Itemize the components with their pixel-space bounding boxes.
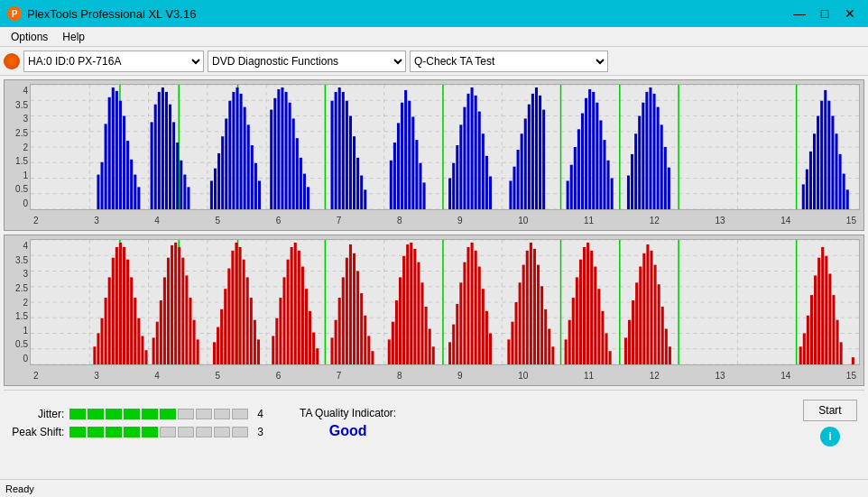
svg-rect-206 (156, 322, 159, 364)
svg-rect-266 (425, 307, 428, 364)
svg-rect-299 (583, 247, 586, 364)
svg-rect-86 (356, 158, 359, 209)
test-select[interactable]: Q-Check TA Test (410, 51, 608, 72)
svg-rect-195 (112, 258, 115, 364)
svg-rect-75 (296, 138, 299, 209)
svg-rect-39 (126, 141, 129, 209)
info-icon[interactable]: i (820, 427, 840, 446)
svg-rect-124 (577, 129, 580, 209)
svg-rect-192 (101, 318, 104, 364)
svg-rect-56 (217, 153, 220, 209)
svg-rect-134 (627, 176, 630, 209)
svg-rect-252 (360, 293, 363, 364)
svg-rect-82 (342, 92, 345, 209)
blue-chart-svg (31, 85, 859, 209)
svg-rect-240 (305, 289, 308, 364)
svg-rect-331 (840, 342, 843, 364)
svg-rect-247 (342, 277, 345, 364)
svg-rect-149 (813, 133, 816, 209)
start-section: Start i (803, 400, 857, 446)
peak-seg-7 (178, 427, 194, 437)
svg-rect-305 (605, 334, 607, 365)
svg-rect-76 (300, 158, 302, 209)
svg-rect-245 (335, 320, 337, 364)
svg-rect-259 (399, 277, 402, 364)
svg-rect-310 (635, 282, 638, 364)
menu-help[interactable]: Help (55, 29, 92, 45)
jitter-seg-2 (88, 409, 104, 419)
svg-rect-230 (257, 339, 260, 364)
svg-rect-157 (843, 174, 845, 209)
svg-rect-143 (660, 124, 663, 209)
jitter-row: Jitter: 4 (11, 408, 263, 420)
y-label-3-red: 3 (23, 269, 28, 279)
svg-rect-100 (452, 163, 455, 209)
start-button[interactable]: Start (803, 400, 857, 421)
minimize-button[interactable]: — (789, 5, 810, 23)
svg-rect-203 (141, 336, 143, 364)
svg-rect-69 (273, 98, 276, 209)
svg-rect-88 (364, 189, 366, 209)
svg-rect-223 (231, 251, 234, 364)
svg-rect-139 (645, 92, 648, 209)
svg-rect-244 (331, 337, 334, 364)
svg-rect-42 (137, 187, 140, 209)
y-label-2-red: 2 (23, 298, 28, 308)
svg-rect-212 (178, 247, 180, 364)
svg-rect-313 (646, 244, 649, 364)
y-label-35-red: 3.5 (15, 255, 28, 265)
peakshift-meter (69, 427, 248, 437)
svg-rect-53 (187, 187, 189, 209)
svg-rect-284 (519, 282, 522, 364)
jitter-seg-10 (232, 409, 248, 419)
svg-rect-119 (539, 96, 541, 209)
y-label-05-red: 0.5 (15, 339, 28, 349)
svg-rect-45 (158, 92, 161, 209)
red-chart-x-axis: 23456 7891011 12131415 (30, 367, 860, 383)
title-bar-controls: — □ ✕ (789, 5, 861, 23)
svg-rect-281 (507, 339, 510, 364)
svg-rect-49 (172, 122, 175, 209)
svg-rect-267 (429, 329, 431, 364)
peak-seg-6 (160, 427, 176, 437)
drive-select[interactable]: HA:0 ID:0 PX-716A (23, 51, 204, 72)
ta-value: Good (329, 423, 367, 439)
svg-rect-123 (574, 147, 577, 209)
svg-rect-239 (301, 267, 304, 364)
svg-rect-225 (239, 247, 242, 364)
svg-rect-214 (185, 275, 188, 364)
svg-rect-52 (183, 175, 186, 209)
svg-rect-234 (282, 277, 285, 364)
svg-rect-277 (478, 267, 481, 364)
close-button[interactable]: ✕ (839, 5, 861, 23)
svg-rect-243 (316, 348, 319, 364)
svg-rect-199 (126, 260, 129, 364)
svg-rect-71 (281, 87, 283, 209)
function-select[interactable]: DVD Diagnostic Functions (208, 51, 406, 72)
svg-rect-41 (134, 175, 136, 209)
svg-rect-325 (817, 258, 820, 364)
svg-rect-268 (432, 346, 435, 364)
svg-rect-120 (542, 110, 545, 209)
svg-rect-111 (509, 180, 512, 209)
svg-rect-94 (408, 101, 411, 209)
svg-rect-217 (197, 339, 199, 364)
svg-rect-241 (309, 311, 311, 364)
peak-seg-3 (106, 427, 122, 437)
svg-rect-208 (163, 277, 166, 364)
svg-rect-213 (181, 258, 184, 364)
svg-rect-153 (827, 101, 830, 209)
svg-rect-303 (597, 289, 600, 364)
svg-rect-219 (217, 327, 219, 364)
svg-rect-142 (657, 107, 660, 209)
jitter-seg-8 (196, 409, 212, 419)
svg-rect-326 (821, 247, 824, 364)
y-label-4-red: 4 (23, 241, 28, 251)
menu-options[interactable]: Options (4, 29, 55, 45)
y-label-25-blue: 2.5 (15, 128, 28, 138)
svg-rect-321 (803, 334, 806, 365)
svg-rect-80 (335, 92, 337, 209)
svg-rect-31 (97, 175, 99, 209)
maximize-button[interactable]: □ (814, 5, 836, 23)
toolbar: HA:0 ID:0 PX-716A DVD Diagnostic Functio… (0, 47, 868, 76)
